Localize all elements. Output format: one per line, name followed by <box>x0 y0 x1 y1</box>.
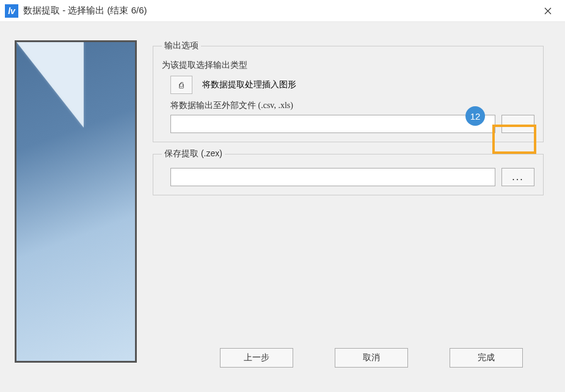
insert-into-drawing-row: ⎙ 将数据提取处理插入图形 <box>170 76 534 94</box>
output-type-label: 为该提取选择输出类型 <box>162 60 534 71</box>
page-fold-icon <box>16 42 84 128</box>
insert-into-drawing-button[interactable]: ⎙ <box>170 76 192 94</box>
finish-button[interactable]: 完成 <box>450 348 523 368</box>
insert-into-drawing-label: 将数据提取处理插入图形 <box>202 79 296 90</box>
app-icon: lv <box>5 4 18 18</box>
window-title: 数据提取 - 选择输出 (结束 6/6) <box>23 5 147 16</box>
output-options-group: 输出选项 为该提取选择输出类型 ⎙ 将数据提取处理插入图形 将数据输出至外部文件… <box>153 40 544 142</box>
badge-number: 12 <box>470 111 481 122</box>
options-area: 输出选项 为该提取选择输出类型 ⎙ 将数据提取处理插入图形 将数据输出至外部文件… <box>153 40 544 201</box>
close-icon <box>544 7 552 15</box>
save-extraction-row: ... <box>170 168 534 186</box>
ellipsis-icon: ... <box>512 172 523 183</box>
close-button[interactable] <box>536 0 560 22</box>
dialog-content: 输出选项 为该提取选择输出类型 ⎙ 将数据提取处理插入图形 将数据输出至外部文件… <box>0 22 565 392</box>
save-extraction-browse-button[interactable]: ... <box>501 168 534 186</box>
titlebar: lv 数据提取 - 选择输出 (结束 6/6) <box>0 0 565 22</box>
back-button[interactable]: 上一步 <box>220 348 293 368</box>
output-options-legend: 输出选项 <box>162 40 201 51</box>
save-extraction-input[interactable] <box>170 168 495 186</box>
preview-pane <box>15 40 137 363</box>
table-icon: ⎙ <box>179 81 184 90</box>
export-file-browse-button[interactable]: ... <box>501 115 534 133</box>
cancel-button[interactable]: 取消 <box>335 348 408 368</box>
preview-image <box>16 42 135 361</box>
save-extraction-group: 保存提取 (.zex) ... <box>153 148 544 195</box>
save-extraction-legend: 保存提取 (.zex) <box>162 148 225 159</box>
tutorial-step-badge: 12 <box>465 106 485 126</box>
export-file-input[interactable] <box>170 115 495 133</box>
ellipsis-icon: ... <box>512 118 523 129</box>
wizard-buttons: 上一步 取消 完成 <box>220 348 523 368</box>
